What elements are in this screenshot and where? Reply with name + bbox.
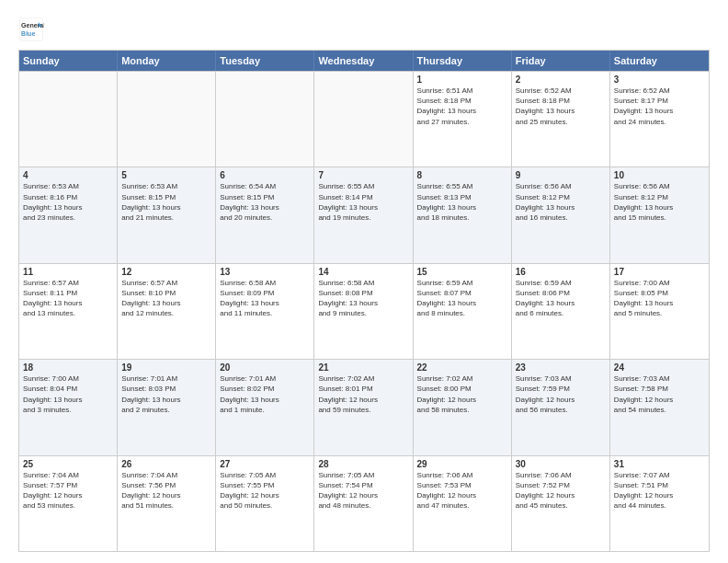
sun-info: Sunrise: 6:52 AM <box>516 86 572 95</box>
svg-text:Blue: Blue <box>21 30 35 37</box>
day-number: 8 <box>417 170 507 180</box>
day-number: 30 <box>516 459 606 469</box>
day-cell-16: 16Sunrise: 6:59 AMSunset: 8:06 PMDayligh… <box>512 264 610 359</box>
sun-info: Sunrise: 7:02 AM <box>318 374 374 383</box>
daylight-info: Daylight: 12 hours <box>220 491 279 500</box>
day-cell-21: 21Sunrise: 7:02 AMSunset: 8:01 PMDayligh… <box>314 360 413 454</box>
sun-info: Sunset: 8:09 PM <box>220 289 274 297</box>
day-info: Sunrise: 6:56 AMSunset: 8:12 PMDaylight:… <box>516 181 606 223</box>
day-info: Sunrise: 6:53 AMSunset: 8:16 PMDaylight:… <box>23 181 113 223</box>
day-number: 31 <box>614 459 705 469</box>
sun-info: Sunrise: 7:05 AM <box>220 471 276 479</box>
day-info: Sunrise: 7:06 AMSunset: 7:52 PMDaylight:… <box>516 470 606 511</box>
day-info: Sunrise: 7:06 AMSunset: 7:53 PMDaylight:… <box>417 470 507 511</box>
daylight-info: Daylight: 12 hours <box>516 491 574 500</box>
day-info: Sunrise: 6:55 AMSunset: 8:14 PMDaylight:… <box>318 181 408 223</box>
sun-info: Sunrise: 6:52 AM <box>614 86 670 95</box>
day-info: Sunrise: 7:03 AMSunset: 7:59 PMDaylight:… <box>516 373 606 415</box>
day-number: 27 <box>220 459 310 469</box>
empty-cell <box>314 72 413 167</box>
daylight-info: and 21 minutes. <box>121 213 174 222</box>
day-cell-13: 13Sunrise: 6:58 AMSunset: 8:09 PMDayligh… <box>216 264 314 359</box>
daylight-info: Daylight: 12 hours <box>318 396 377 404</box>
daylight-info: Daylight: 12 hours <box>417 491 476 500</box>
sun-info: Sunrise: 6:55 AM <box>318 182 374 190</box>
day-number: 11 <box>23 267 113 277</box>
daylight-info: Daylight: 13 hours <box>417 107 476 115</box>
daylight-info: and 5 minutes. <box>614 309 662 317</box>
day-cell-12: 12Sunrise: 6:57 AMSunset: 8:10 PMDayligh… <box>118 264 216 359</box>
day-cell-7: 7Sunrise: 6:55 AMSunset: 8:14 PMDaylight… <box>314 167 413 262</box>
day-cell-24: 24Sunrise: 7:03 AMSunset: 7:58 PMDayligh… <box>610 360 709 454</box>
day-number: 17 <box>614 267 705 277</box>
daylight-info: and 27 minutes. <box>417 118 470 126</box>
sun-info: Sunset: 7:54 PM <box>318 481 372 489</box>
day-number: 6 <box>220 170 310 180</box>
day-cell-5: 5Sunrise: 6:53 AMSunset: 8:15 PMDaylight… <box>118 167 216 262</box>
day-cell-14: 14Sunrise: 6:58 AMSunset: 8:08 PMDayligh… <box>314 264 413 359</box>
day-info: Sunrise: 6:59 AMSunset: 8:07 PMDaylight:… <box>417 278 507 319</box>
day-info: Sunrise: 6:56 AMSunset: 8:12 PMDaylight:… <box>614 181 705 223</box>
sun-info: Sunset: 8:05 PM <box>614 289 668 297</box>
sun-info: Sunrise: 6:59 AM <box>516 279 572 287</box>
sun-info: Sunset: 7:56 PM <box>121 481 176 489</box>
day-cell-26: 26Sunrise: 7:04 AMSunset: 7:56 PMDayligh… <box>118 456 216 551</box>
sun-info: Sunrise: 6:57 AM <box>121 279 177 287</box>
calendar-header: SundayMondayTuesdayWednesdayThursdayFrid… <box>19 51 709 71</box>
sun-info: Sunrise: 6:53 AM <box>23 182 79 190</box>
sun-info: Sunset: 8:18 PM <box>417 97 472 105</box>
day-number: 20 <box>220 362 310 373</box>
page: General Blue SundayMondayTuesdayWednesda… <box>0 0 728 563</box>
daylight-info: Daylight: 13 hours <box>516 107 574 115</box>
day-cell-28: 28Sunrise: 7:05 AMSunset: 7:54 PMDayligh… <box>314 456 413 551</box>
daylight-info: and 1 minute. <box>220 406 264 414</box>
sun-info: Sunset: 7:53 PM <box>417 481 472 489</box>
daylight-info: and 20 minutes. <box>220 213 272 222</box>
day-info: Sunrise: 7:02 AMSunset: 8:01 PMDaylight:… <box>318 373 408 415</box>
daylight-info: Daylight: 12 hours <box>614 491 673 500</box>
daylight-info: Daylight: 13 hours <box>516 203 574 212</box>
day-info: Sunrise: 6:52 AMSunset: 8:18 PMDaylight:… <box>516 86 606 127</box>
header-day-friday: Friday <box>512 51 610 71</box>
day-number: 12 <box>121 267 211 277</box>
day-number: 10 <box>614 170 705 180</box>
daylight-info: and 59 minutes. <box>318 406 370 414</box>
header-day-thursday: Thursday <box>414 51 512 71</box>
day-number: 5 <box>121 170 211 180</box>
day-number: 22 <box>417 362 507 373</box>
daylight-info: and 18 minutes. <box>417 213 470 222</box>
week-row-2: 4Sunrise: 6:53 AMSunset: 8:16 PMDaylight… <box>19 167 709 262</box>
daylight-info: Daylight: 12 hours <box>417 396 476 404</box>
sun-info: Sunrise: 6:55 AM <box>417 182 473 190</box>
day-number: 15 <box>417 267 507 277</box>
daylight-info: Daylight: 13 hours <box>121 299 180 307</box>
sun-info: Sunrise: 7:04 AM <box>121 471 177 479</box>
day-info: Sunrise: 7:05 AMSunset: 7:55 PMDaylight:… <box>220 470 310 511</box>
day-number: 29 <box>417 459 507 469</box>
day-info: Sunrise: 7:00 AMSunset: 8:04 PMDaylight:… <box>23 373 113 415</box>
sun-info: Sunrise: 7:05 AM <box>318 471 374 479</box>
daylight-info: and 24 minutes. <box>614 118 666 126</box>
sun-info: Sunset: 7:52 PM <box>516 481 570 489</box>
day-cell-1: 1Sunrise: 6:51 AMSunset: 8:18 PMDaylight… <box>414 72 512 167</box>
sun-info: Sunset: 7:57 PM <box>23 481 77 489</box>
empty-cell <box>216 72 314 167</box>
sun-info: Sunset: 8:01 PM <box>318 385 372 393</box>
daylight-info: Daylight: 13 hours <box>121 396 180 404</box>
day-number: 3 <box>614 75 705 85</box>
day-number: 4 <box>23 170 113 180</box>
day-cell-30: 30Sunrise: 7:06 AMSunset: 7:52 PMDayligh… <box>512 456 610 551</box>
day-number: 19 <box>121 362 211 373</box>
sun-info: Sunset: 8:15 PM <box>121 193 176 201</box>
sun-info: Sunset: 8:00 PM <box>417 385 472 393</box>
daylight-info: and 9 minutes. <box>318 309 366 317</box>
sun-info: Sunrise: 6:53 AM <box>121 182 177 190</box>
day-cell-2: 2Sunrise: 6:52 AMSunset: 8:18 PMDaylight… <box>512 72 610 167</box>
daylight-info: Daylight: 12 hours <box>614 396 673 404</box>
daylight-info: Daylight: 13 hours <box>614 299 673 307</box>
day-cell-17: 17Sunrise: 7:00 AMSunset: 8:05 PMDayligh… <box>610 264 709 359</box>
daylight-info: Daylight: 12 hours <box>23 491 82 500</box>
day-info: Sunrise: 7:07 AMSunset: 7:51 PMDaylight:… <box>614 470 705 511</box>
day-number: 1 <box>417 75 507 85</box>
day-number: 2 <box>516 75 606 85</box>
